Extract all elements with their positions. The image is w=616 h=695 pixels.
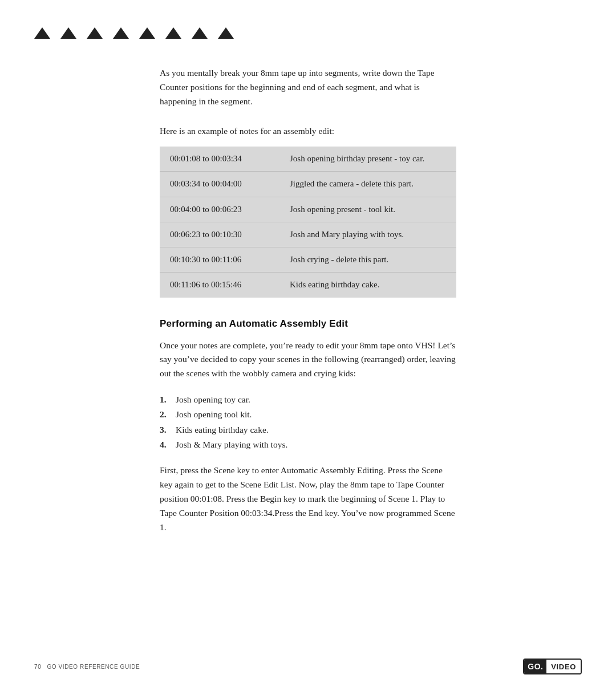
section-body2: First, press the Scene key to enter Auto… — [160, 464, 456, 534]
triangle-row — [0, 0, 616, 39]
list-number: 4. — [160, 437, 167, 452]
triangle-icon-5 — [139, 27, 155, 39]
page: As you mentally break your 8mm tape up i… — [0, 0, 616, 695]
table-row: 00:11:06 to 00:15:46 Kids eating birthda… — [160, 273, 456, 298]
description-1: Josh opening birthday present - toy car. — [279, 147, 456, 172]
list-item-text: Josh opening toy car. — [176, 395, 250, 404]
triangle-icon-7 — [192, 27, 208, 39]
description-3: Josh opening present - tool kit. — [279, 197, 456, 222]
table-row: 00:10:30 to 00:11:06 Josh crying - delet… — [160, 247, 456, 273]
timecode-5: 00:10:30 to 00:11:06 — [160, 247, 279, 273]
list-item-text: Josh & Mary playing with toys. — [176, 440, 287, 449]
example-label: Here is an example of notes for an assem… — [160, 124, 456, 139]
triangle-icon-3 — [87, 27, 103, 39]
main-content: As you mentally break your 8mm tape up i… — [0, 66, 616, 534]
triangle-icon-6 — [165, 27, 181, 39]
description-4: Josh and Mary playing with toys. — [279, 222, 456, 247]
table-row: 00:01:08 to 00:03:34 Josh opening birthd… — [160, 147, 456, 172]
description-2: Jiggled the camera - delete this part. — [279, 172, 456, 197]
intro-paragraph: As you mentally break your 8mm tape up i… — [160, 66, 456, 108]
table-row: 00:03:34 to 00:04:00 Jiggled the camera … — [160, 172, 456, 197]
page-number: 70 — [34, 664, 41, 670]
timecode-1: 00:01:08 to 00:03:34 — [160, 147, 279, 172]
triangle-icon-2 — [60, 27, 76, 39]
guide-title: GO VIDEO REFERENCE GUIDE — [47, 664, 140, 670]
timecode-6: 00:11:06 to 00:15:46 — [160, 273, 279, 298]
list-item: 4. Josh & Mary playing with toys. — [160, 437, 456, 452]
notes-table: 00:01:08 to 00:03:34 Josh opening birthd… — [160, 147, 456, 298]
timecode-4: 00:06:23 to 00:10:30 — [160, 222, 279, 247]
list-item: 3. Kids eating birthday cake. — [160, 422, 456, 437]
list-number: 2. — [160, 407, 167, 422]
list-item-text: Kids eating birthday cake. — [176, 425, 269, 434]
go-video-logo: GO. VIDEO — [523, 659, 582, 674]
table-row: 00:06:23 to 00:10:30 Josh and Mary playi… — [160, 222, 456, 247]
description-6: Kids eating birthday cake. — [279, 273, 456, 298]
timecode-2: 00:03:34 to 00:04:00 — [160, 172, 279, 197]
section-body1: Once your notes are complete, you’re rea… — [160, 339, 456, 381]
footer: 70 GO VIDEO REFERENCE GUIDE GO. VIDEO — [0, 659, 616, 674]
triangle-icon-8 — [218, 27, 234, 39]
table-row: 00:04:00 to 00:06:23 Josh opening presen… — [160, 197, 456, 222]
list-number: 3. — [160, 422, 167, 437]
logo-dot: . — [541, 662, 543, 671]
list-item: 1. Josh opening toy car. — [160, 392, 456, 407]
timecode-3: 00:04:00 to 00:06:23 — [160, 197, 279, 222]
logo-go-text: GO. — [524, 660, 546, 673]
logo-video-text: VIDEO — [546, 660, 581, 673]
numbered-list: 1. Josh opening toy car. 2. Josh opening… — [160, 392, 456, 452]
list-number: 1. — [160, 392, 167, 407]
list-item: 2. Josh opening tool kit. — [160, 407, 456, 422]
footer-reference: 70 GO VIDEO REFERENCE GUIDE — [34, 664, 140, 670]
section-heading: Performing an Automatic Assembly Edit — [160, 318, 456, 330]
description-5: Josh crying - delete this part. — [279, 247, 456, 273]
list-item-text: Josh opening tool kit. — [176, 409, 252, 419]
triangle-icon-4 — [113, 27, 129, 39]
triangle-icon-1 — [34, 27, 50, 39]
